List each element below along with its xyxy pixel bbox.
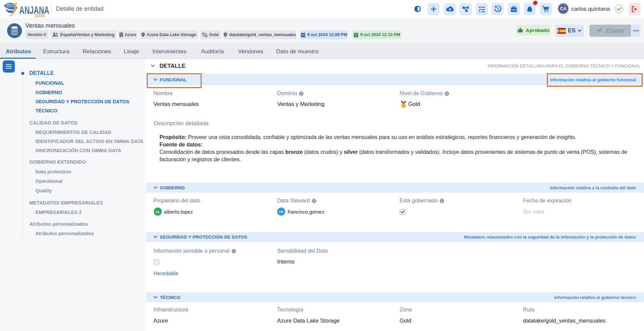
svg-text:DATA: DATA [35, 13, 45, 18]
